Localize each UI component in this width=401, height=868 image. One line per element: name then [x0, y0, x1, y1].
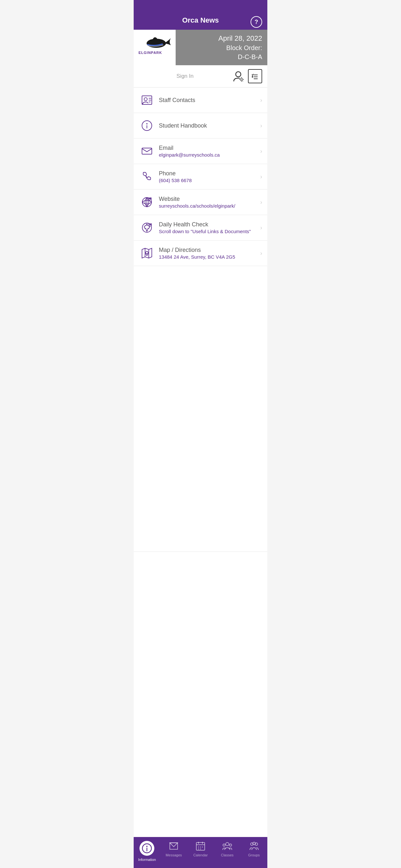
- svg-point-5: [241, 79, 242, 80]
- bottom-navigation: Information Messages Calendar: [134, 837, 267, 868]
- banner-date-info: April 28, 2022 Block Order: D-C-B-A: [176, 30, 267, 65]
- banner-text: April 28, 2022 Block Order: D-C-B-A: [218, 34, 262, 62]
- phone-content: Phone (604) 538 6678: [159, 170, 258, 183]
- svg-point-20: [146, 123, 148, 124]
- content-spacer: [134, 552, 267, 837]
- svg-point-43: [202, 847, 203, 848]
- classes-nav-label: Classes: [221, 853, 234, 857]
- svg-point-15: [144, 97, 147, 101]
- question-mark: ?: [255, 19, 258, 26]
- map-directions-subtitle: 13484 24 Ave, Surrey, BC V4A 2G5: [159, 254, 258, 259]
- school-banner: ELGINPARK April 28, 2022 Block Order: D-…: [134, 30, 267, 65]
- svg-point-46: [226, 842, 229, 846]
- nav-item-groups[interactable]: Groups: [244, 841, 264, 857]
- svg-point-44: [198, 848, 199, 849]
- groups-nav-label: Groups: [248, 853, 260, 857]
- svg-rect-22: [142, 148, 152, 154]
- chevron-right-icon: ›: [260, 174, 262, 180]
- menu-item-map-directions[interactable]: Map / Directions 13484 24 Ave, Surrey, B…: [134, 241, 267, 266]
- nav-item-information[interactable]: Information: [137, 841, 157, 862]
- website-title: Website: [159, 196, 258, 203]
- app-header: Orca News ?: [134, 0, 267, 30]
- svg-rect-13: [252, 76, 253, 78]
- menu-item-email[interactable]: Email elginpark@surreyschools.ca ›: [134, 138, 267, 164]
- email-content: Email elginpark@surreyschools.ca: [159, 145, 258, 158]
- phone-icon: [139, 168, 155, 185]
- email-subtitle: elginpark@surreyschools.ca: [159, 152, 258, 158]
- svg-point-45: [200, 848, 201, 849]
- help-button[interactable]: ?: [251, 16, 262, 28]
- svg-point-33: [146, 846, 148, 847]
- classes-nav-icon: [222, 841, 233, 851]
- phone-subtitle: (604) 538 6678: [159, 178, 258, 183]
- school-logo: ELGINPARK: [134, 30, 176, 65]
- chevron-right-icon: ›: [260, 148, 262, 155]
- banner-block-value: D-C-B-A: [218, 52, 262, 61]
- svg-point-41: [198, 847, 199, 848]
- checklist-icon[interactable]: [248, 69, 262, 83]
- map-directions-title: Map / Directions: [159, 247, 258, 253]
- map-directions-content: Map / Directions 13484 24 Ave, Surrey, B…: [159, 247, 258, 259]
- information-nav-icon: [140, 841, 154, 856]
- chevron-right-icon: ›: [260, 250, 262, 257]
- groups-nav-icon: [249, 841, 259, 851]
- staff-contacts-title: Staff Contacts: [159, 97, 258, 104]
- messages-nav-label: Messages: [166, 853, 182, 857]
- svg-point-47: [223, 844, 225, 846]
- staff-contacts-content: Staff Contacts: [159, 97, 258, 104]
- student-handbook-content: Student Handbook: [159, 122, 258, 129]
- svg-point-42: [200, 847, 201, 848]
- header-title: Orca News: [182, 16, 219, 25]
- user-settings-icon[interactable]: [231, 69, 245, 83]
- chevron-right-icon: ›: [260, 224, 262, 231]
- signin-bar[interactable]: Sign In: [134, 65, 267, 88]
- svg-text:ELGINPARK: ELGINPARK: [138, 51, 162, 55]
- menu-item-staff-contacts[interactable]: Staff Contacts ›: [134, 88, 267, 113]
- nav-item-messages[interactable]: Messages: [164, 841, 183, 857]
- chevron-right-icon: ›: [260, 97, 262, 104]
- phone-title: Phone: [159, 170, 258, 177]
- calendar-nav-icon: [195, 841, 206, 851]
- menu-item-website[interactable]: Website surreyschools.ca/schools/elginpa…: [134, 190, 267, 215]
- menu-item-daily-health[interactable]: Daily Health Check Scroll down to "Usefu…: [134, 215, 267, 241]
- daily-health-title: Daily Health Check: [159, 221, 258, 228]
- nav-item-calendar[interactable]: Calendar: [191, 841, 210, 857]
- svg-point-48: [229, 844, 232, 846]
- website-content: Website surreyschools.ca/schools/elginpa…: [159, 196, 258, 209]
- daily-health-content: Daily Health Check Scroll down to "Usefu…: [159, 221, 258, 234]
- menu-item-phone[interactable]: Phone (604) 538 6678 ›: [134, 164, 267, 190]
- website-icon: [139, 194, 155, 210]
- information-nav-label: Information: [138, 858, 156, 862]
- calendar-nav-label: Calendar: [193, 853, 208, 857]
- website-subtitle: surreyschools.ca/schools/elginpark/: [159, 203, 258, 209]
- signin-label: Sign In: [139, 73, 231, 80]
- svg-marker-36: [170, 843, 178, 847]
- svg-point-2: [236, 72, 241, 77]
- daily-health-subtitle: Scroll down to "Useful Links & Documents…: [159, 228, 258, 234]
- staff-contacts-icon: [139, 92, 155, 108]
- svg-marker-28: [142, 248, 152, 258]
- banner-block-label: Block Order:: [218, 43, 262, 52]
- student-handbook-icon: [139, 118, 155, 134]
- elginpark-logo-svg: ELGINPARK: [137, 36, 173, 59]
- email-icon: [139, 143, 155, 159]
- menu-item-student-handbook[interactable]: Student Handbook ›: [134, 113, 267, 138]
- student-handbook-title: Student Handbook: [159, 122, 258, 129]
- banner-date: April 28, 2022: [218, 34, 262, 43]
- email-title: Email: [159, 145, 258, 151]
- daily-health-icon: [139, 220, 155, 236]
- chevron-right-icon: ›: [260, 122, 262, 129]
- nav-item-classes[interactable]: Classes: [218, 841, 237, 857]
- menu-list: Staff Contacts › Student Handbook › Emai…: [134, 88, 267, 552]
- chevron-right-icon: ›: [260, 199, 262, 206]
- map-icon: [139, 245, 155, 261]
- messages-nav-icon: [168, 841, 179, 851]
